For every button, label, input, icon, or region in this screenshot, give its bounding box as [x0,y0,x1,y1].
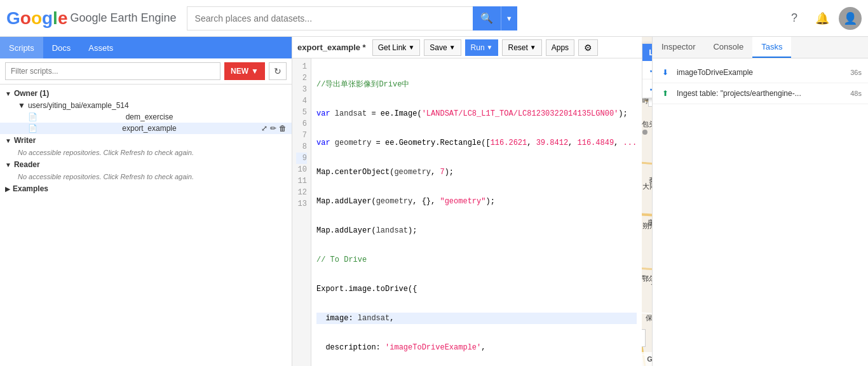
file-item-dem[interactable]: 📄 dem_exercise ⤢ ✏ 🗑 [0,111,292,123]
script-toolbar: NEW ▼ ↻ [0,58,292,85]
file-item-export[interactable]: 📄 export_example ⤢ ✏ 🗑 [0,123,292,134]
search-button[interactable]: 🔍 [473,6,501,30]
search-area: 🔍 ▼ [187,6,517,30]
settings-button[interactable]: ⚙ [578,39,598,56]
writer-label: Writer [14,136,36,145]
writer-section[interactable]: ▼ Writer [0,134,292,147]
new-button[interactable]: NEW ▼ [224,62,265,80]
delete-icon2[interactable]: 🗑 [279,124,287,133]
map-bottom-bar: Google 地图数据 ©2020 GS(2011)6020 SK teleco… [642,352,652,366]
code-line-3: var geometry = ee.Geometry.Rectangle([11… [316,137,637,149]
search-input[interactable] [187,6,473,30]
edit-icon[interactable]: ✏ [270,112,276,121]
writer-message: No accessible repositories. Click Refres… [0,147,292,158]
doc-icon: 📄 [28,112,37,121]
get-link-arrow: ▼ [408,44,414,51]
map-area[interactable]: 呼和浩特市 包头市 大同市 朔州市 鄂尔多斯市 张家口市 唐山市 秦皇岛市 保定… [642,37,652,366]
notifications-button[interactable]: 🔔 [811,7,834,30]
svg-point-18 [642,130,648,135]
reader-message: No accessible repositories. Click Refres… [0,171,292,182]
get-link-button[interactable]: Get Link ▼ [372,39,421,56]
file-dem-label: dem_exercise [126,112,173,121]
fullscreen-button[interactable]: ⤢ [642,329,646,347]
share-icon[interactable]: ⤢ [261,112,268,121]
layers-header: Layers 🔒 [642,44,652,61]
tab-console[interactable]: Console [704,37,752,58]
filter-input[interactable] [5,62,220,80]
code-line-7: // To Drive [316,254,637,266]
file-name: export_example * [297,43,366,52]
header: Google Google Earth Engine 🔍 ▼ ? 🔔 👤 [0,0,868,37]
tab-tasks[interactable]: Tasks [752,37,791,58]
layer-2-check[interactable]: ✓ [649,65,652,75]
code-content[interactable]: //导出单张影像到Drive中 var landsat = ee.Image('… [311,58,642,366]
run-arrow: ▼ [487,44,493,51]
map-background: 呼和浩特市 包头市 大同市 朔州市 鄂尔多斯市 张家口市 唐山市 秦皇岛市 保定… [642,37,652,366]
delete-icon[interactable]: 🗑 [279,112,287,121]
examples-arrow: ▶ [5,186,10,193]
edit-icon2[interactable]: ✏ [270,124,276,133]
logo: Google Google Earth Engine [6,8,177,29]
save-label: Save [430,43,447,52]
file-export-label: export_example [122,124,176,133]
script-tree: ▼ Owner (1) ▼ users/yiting_bai/example_5… [0,85,292,366]
task-item-ingest: ⬆ Ingest table: "projects/earthengine-..… [653,83,868,104]
task-item-image: ⬇ imageToDriveExample 36s [653,62,868,83]
new-arrow: ▼ [251,67,259,76]
editor-toolbar: export_example * Get Link ▼ Save ▼ Run ▼… [292,37,642,58]
save-button[interactable]: Save ▼ [424,39,461,56]
reader-label: Reader [14,160,40,169]
code-editor[interactable]: 1 2 3 4 5 6 7 8 9 10 11 12 13 //导出单张影像到D… [292,58,642,366]
reset-button[interactable]: Reset ▼ [502,39,541,56]
apps-button[interactable]: Apps [546,39,574,56]
owner-path-label: users/yiting_bai/example_514 [28,101,129,110]
main-layout: Scripts Docs Assets NEW ▼ ↻ ▼ Owner (1) … [0,37,868,366]
upload-icon: ⬆ [659,87,672,100]
owner-path-item[interactable]: ▼ users/yiting_bai/example_514 [0,100,292,111]
code-line-10: description: 'imageToDriveExample', [316,342,637,353]
left-panel: Scripts Docs Assets NEW ▼ ↻ ▼ Owner (1) … [0,37,292,366]
reader-section[interactable]: ▼ Reader [0,158,292,171]
layers-panel: Layers 🔒 ✓ Layer 2 ✓ geometry [642,43,652,98]
code-line-9: image: landsat, [316,313,637,324]
account-button[interactable]: 👤 [839,7,862,30]
run-button[interactable]: Run ▼ [465,39,499,56]
geometry-check[interactable]: ✓ [649,83,652,93]
code-container: 1 2 3 4 5 6 7 8 9 10 11 12 13 //导出单张影像到D… [292,58,642,366]
search-dropdown-button[interactable]: ▼ [501,6,517,30]
owner-section[interactable]: ▼ Owner (1) [0,87,292,100]
tab-docs[interactable]: Docs [43,37,80,58]
layer-item-geometry: ✓ geometry [642,79,652,98]
download-icon: ⬇ [659,66,672,79]
task-image-time: 36s [850,69,862,76]
line-numbers: 1 2 3 4 5 6 7 8 9 10 11 12 13 [292,58,311,366]
folder-icon: ▼ [18,101,25,110]
script-tabs: Scripts Docs Assets [0,37,292,58]
writer-arrow: ▼ [5,137,11,144]
examples-section[interactable]: ▶ Examples [0,182,292,195]
code-line-4: Map.centerObject(geometry, 7); [316,166,637,178]
layer-item-2: ✓ Layer 2 [642,61,652,79]
refresh-button[interactable]: ↻ [269,62,287,80]
reset-arrow: ▼ [530,44,536,51]
right-panel-content: ⬇ imageToDriveExample 36s ⬆ Ingest table… [653,58,868,366]
google-watermark: Google [647,355,652,363]
apps-label: Apps [552,43,569,52]
task-ingest-time: 48s [850,90,862,97]
layers-title: Layers [649,48,652,57]
code-line-2: var landsat = ee.Image('LANDSAT/LC8_L1T_… [316,108,637,119]
task-image-name: imageToDriveExample [677,68,845,77]
code-line-6: Map.addLayer(landsat); [316,225,637,236]
tab-assets[interactable]: Assets [79,37,122,58]
right-panel-tabs: Inspector Console Tasks [653,37,868,58]
share-icon2[interactable]: ⤢ [261,124,268,133]
run-label: Run [471,43,485,52]
code-line-1: //导出单张影像到Drive中 [316,79,637,90]
doc-icon2: 📄 [28,124,37,133]
tab-scripts[interactable]: Scripts [0,37,43,58]
code-line-5: Map.addLayer(geometry, {}, "geometry"); [316,196,637,207]
reset-label: Reset [508,43,527,52]
tab-inspector[interactable]: Inspector [653,37,704,58]
examples-label: Examples [13,184,48,193]
help-button[interactable]: ? [783,7,806,30]
